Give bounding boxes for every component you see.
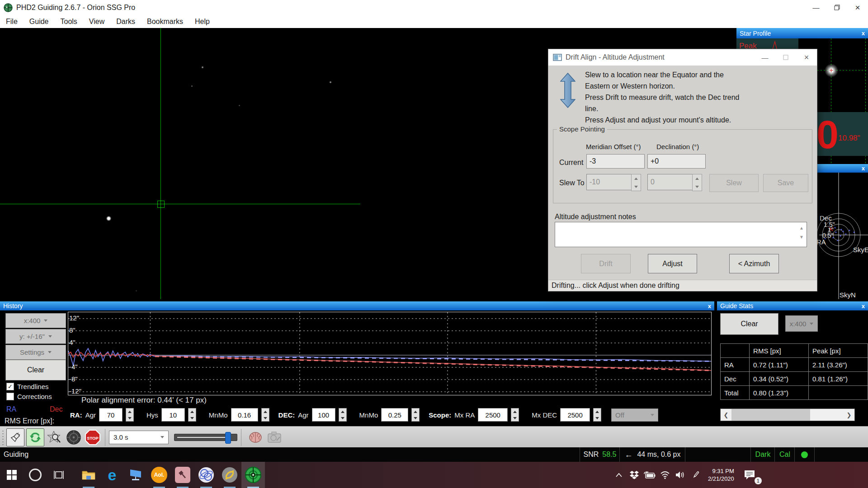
battery-icon[interactable] xyxy=(642,462,657,488)
trendlines-checkbox[interactable]: ✓ xyxy=(6,383,14,390)
ra-aggression-input[interactable] xyxy=(99,408,123,422)
remote-display-button[interactable] xyxy=(124,462,147,488)
stats-x-scale-dropdown[interactable]: x:400 xyxy=(785,315,818,332)
slew-declination-stepper[interactable] xyxy=(692,174,702,191)
auto-select-star-button[interactable] xyxy=(46,429,63,446)
dec-minmove-input[interactable] xyxy=(381,408,408,422)
altitude-notes-textarea[interactable] xyxy=(555,222,807,247)
max-ra-stepper[interactable] xyxy=(511,408,519,422)
slew-button[interactable]: Slew xyxy=(709,174,759,192)
declination-header: Declination (°) xyxy=(656,141,699,152)
sync-app-button[interactable] xyxy=(218,462,241,488)
ra-hysteresis-stepper[interactable] xyxy=(188,408,196,422)
current-meridian-offset-field[interactable] xyxy=(586,154,645,169)
slew-meridian-offset-field[interactable] xyxy=(586,174,634,190)
dropbox-icon[interactable] xyxy=(627,462,642,488)
pen-icon[interactable] xyxy=(688,462,703,488)
utility-app-button[interactable] xyxy=(171,462,194,488)
settings-label: Settings xyxy=(20,348,44,356)
snr-label: SNR xyxy=(584,450,599,459)
menu-tools[interactable]: Tools xyxy=(54,18,83,26)
ra-minmove-input[interactable] xyxy=(231,408,258,422)
taskbar-clock[interactable]: 9:31 PM 2/21/2020 xyxy=(708,467,734,483)
wifi-icon[interactable] xyxy=(657,462,673,488)
notes-label: Altitude adjustment notes xyxy=(555,211,636,222)
restore-icon[interactable] xyxy=(826,0,847,15)
history-x-scale-dropdown[interactable]: x:400 xyxy=(5,313,66,328)
max-ra-duration-input[interactable] xyxy=(478,408,508,422)
slew-declination-field[interactable] xyxy=(647,174,695,190)
ra-hysteresis-input[interactable] xyxy=(161,408,185,422)
connect-equipment-button[interactable] xyxy=(6,428,24,446)
maximize-icon[interactable] xyxy=(775,49,796,66)
current-declination-field[interactable] xyxy=(647,154,706,169)
menu-bookmarks[interactable]: Bookmarks xyxy=(141,18,189,26)
start-button[interactable] xyxy=(0,462,24,488)
max-dec-duration-input[interactable] xyxy=(560,408,590,422)
close-icon[interactable]: × xyxy=(796,49,817,66)
dialog-titlebar[interactable]: Drift Align - Altitude Adjustment — × xyxy=(548,49,817,66)
slider-thumb[interactable] xyxy=(225,432,231,444)
star-profile-title: Star Profile xyxy=(740,30,771,37)
menu-file[interactable]: File xyxy=(0,18,24,26)
action-center-button[interactable]: 1 xyxy=(741,462,759,488)
notes-scroll-arrows[interactable]: ▲▼ xyxy=(798,224,805,242)
drift-button[interactable]: Drift xyxy=(581,254,631,273)
scroll-right-icon[interactable]: ❯ xyxy=(844,412,854,418)
guide-stats-panel: Guide Stats x Clear x:400 RMS [px] Peak … xyxy=(717,301,868,426)
cortana-button[interactable] xyxy=(24,462,47,488)
edge-button[interactable]: e xyxy=(100,462,124,488)
phd2-taskbar-button[interactable] xyxy=(241,462,265,488)
menu-guide[interactable]: Guide xyxy=(24,18,55,26)
menu-help[interactable]: Help xyxy=(189,18,216,26)
x-scale-value: x:400 xyxy=(24,317,41,324)
stop-button[interactable]: STOP xyxy=(84,429,101,446)
ra-aggression-stepper[interactable] xyxy=(126,408,134,422)
trendlines-checkbox-row[interactable]: ✓ Trendlines xyxy=(6,383,48,390)
history-settings-dropdown[interactable]: Settings xyxy=(5,345,66,360)
ra-minmove-stepper[interactable] xyxy=(261,408,269,422)
dec-guide-mode-select[interactable]: Off xyxy=(611,408,658,422)
stats-clear-button[interactable]: Clear xyxy=(720,313,778,335)
guide-star[interactable] xyxy=(106,216,111,221)
advanced-settings-button[interactable] xyxy=(247,429,264,446)
begin-guiding-button[interactable] xyxy=(65,429,82,446)
hidden-icons-chevron[interactable] xyxy=(611,462,627,488)
minimize-icon[interactable]: — xyxy=(755,49,775,66)
exposure-duration-select[interactable]: 3.0 s xyxy=(109,431,169,444)
menu-view[interactable]: View xyxy=(83,18,110,26)
dec-aggression-stepper[interactable] xyxy=(339,408,347,422)
minimize-icon[interactable]: — xyxy=(806,0,826,15)
globe-app-button[interactable] xyxy=(194,462,218,488)
save-button[interactable]: Save xyxy=(763,174,808,192)
scrollbar-thumb[interactable] xyxy=(731,409,810,421)
menu-darks[interactable]: Darks xyxy=(110,18,141,26)
stats-horizontal-scrollbar[interactable]: ❮ ❯ xyxy=(720,408,855,421)
dec-aggression-input[interactable] xyxy=(312,408,335,422)
camera-properties-button[interactable] xyxy=(266,429,283,446)
azimuth-button[interactable]: < Azimuth xyxy=(729,254,779,273)
gamma-slider[interactable] xyxy=(174,434,237,441)
loop-exposures-button[interactable] xyxy=(26,428,44,446)
close-icon[interactable]: x xyxy=(862,165,865,171)
history-y-scale-dropdown[interactable]: y: +/-16" xyxy=(5,329,66,344)
speaker-icon[interactable] xyxy=(673,462,688,488)
close-icon[interactable]: x xyxy=(862,30,865,36)
altitude-arrow-icon xyxy=(560,73,576,108)
close-icon[interactable]: × xyxy=(847,0,868,15)
toolbar-drag-handle[interactable] xyxy=(1,430,5,445)
task-view-button[interactable] xyxy=(47,462,71,488)
file-explorer-button[interactable] xyxy=(77,462,100,488)
max-dec-stepper[interactable] xyxy=(593,408,601,422)
scroll-left-icon[interactable]: ❮ xyxy=(721,412,731,418)
aol-button[interactable]: Aol. xyxy=(147,462,171,488)
history-clear-button[interactable]: Clear xyxy=(5,360,66,380)
close-icon[interactable]: x xyxy=(708,303,711,309)
corrections-checkbox[interactable] xyxy=(6,393,14,400)
slew-meridian-stepper[interactable] xyxy=(631,174,641,191)
adjust-button[interactable]: Adjust xyxy=(648,254,697,273)
close-icon[interactable]: x xyxy=(862,303,865,309)
corrections-checkbox-row[interactable]: Corrections xyxy=(6,393,52,400)
history-title: History xyxy=(3,302,23,310)
dec-minmove-stepper[interactable] xyxy=(411,408,420,422)
